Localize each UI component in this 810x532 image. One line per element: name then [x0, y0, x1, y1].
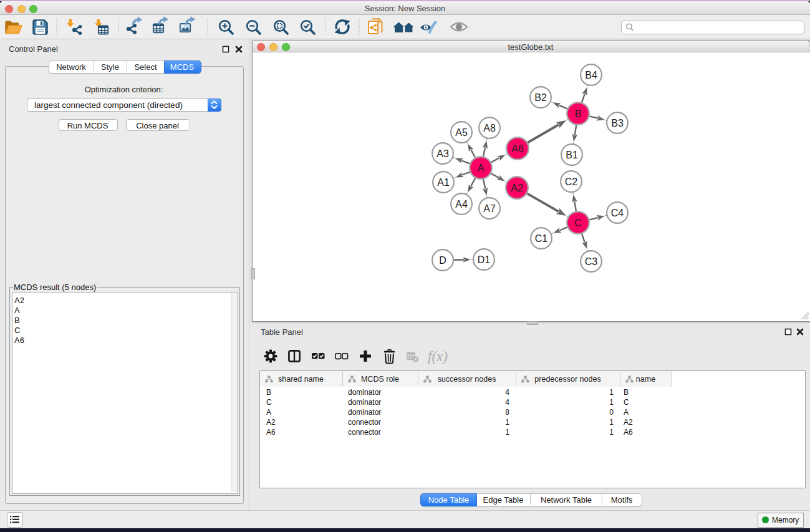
svg-text:A4: A4 — [455, 199, 468, 210]
svg-text:C3: C3 — [585, 256, 598, 267]
svg-text:B1: B1 — [566, 150, 578, 160]
svg-text:A: A — [478, 163, 485, 173]
svg-text:C1: C1 — [535, 233, 548, 244]
svg-text:B4: B4 — [585, 70, 597, 80]
svg-text:B3: B3 — [611, 118, 624, 128]
svg-text:A5: A5 — [455, 127, 468, 138]
svg-text:A6: A6 — [511, 143, 524, 154]
svg-text:C: C — [574, 218, 582, 228]
svg-text:A2: A2 — [511, 183, 523, 193]
svg-text:B: B — [575, 109, 582, 119]
svg-text:D1: D1 — [478, 254, 491, 265]
svg-text:C4: C4 — [611, 208, 624, 218]
svg-text:A8: A8 — [483, 123, 496, 133]
svg-text:A7: A7 — [483, 203, 496, 214]
svg-text:A1: A1 — [437, 177, 450, 188]
svg-text:B2: B2 — [534, 92, 547, 103]
svg-text:C2: C2 — [565, 177, 578, 187]
svg-text:D: D — [439, 255, 446, 266]
svg-text:f(x): f(x) — [428, 349, 448, 364]
svg-text:A3: A3 — [436, 148, 449, 159]
